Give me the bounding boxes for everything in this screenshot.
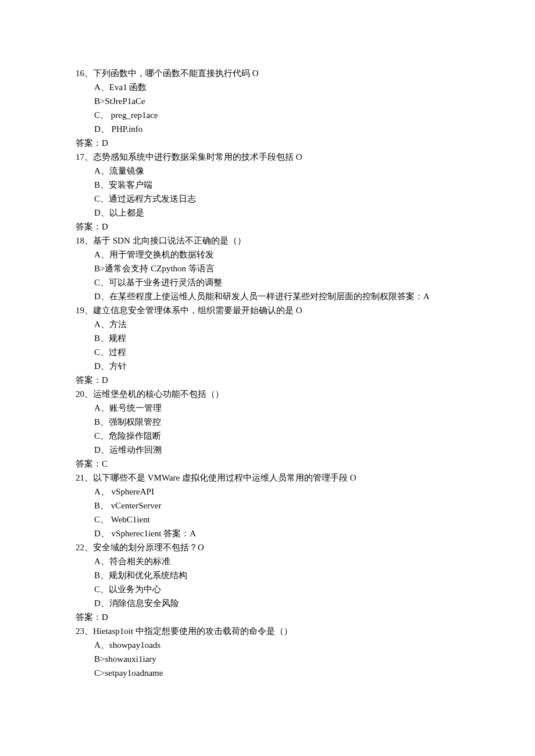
q-text: 以下哪些不是 VMWare 虚拟化使用过程中运维人员常用的管理手段 O: [93, 473, 356, 482]
option: C、危险操作阻断: [76, 429, 465, 443]
option: C、 preg_rep1ace: [76, 108, 465, 122]
option: B、 vCenterServer: [76, 499, 465, 513]
option: B、规划和优化系统结构: [76, 568, 465, 582]
q-number: 22: [76, 543, 84, 552]
document-page: 16、下列函数中，哪个函数不能直接执行代码 O A、Eva1 函数 B>StJr…: [0, 0, 535, 756]
q-number: 21: [76, 473, 84, 482]
q-number: 19: [76, 306, 84, 315]
question-stem: 17、态势感知系统中进行数据采集时常用的技术手段包括 O: [76, 150, 465, 164]
q-number: 17: [76, 152, 84, 162]
q-text: 下列函数中，哪个函数不能直接执行代码 O: [93, 69, 259, 78]
question-stem: 22、安全域的划分原理不包括？O: [76, 540, 465, 554]
q-text: 态势感知系统中进行数据采集时常用的技术手段包括 O: [93, 152, 302, 162]
answer: 答案：D: [76, 136, 465, 150]
option: B、规程: [76, 331, 465, 345]
question-stem: 20、运维堡垒机的核心功能不包括（）: [76, 387, 465, 401]
option: C>setpay1oadname: [76, 666, 465, 680]
option: D、以上都是: [76, 206, 465, 220]
option: D、 vSpherec1ient 答案：A: [76, 526, 465, 540]
option: B>showauxi1iary: [76, 652, 465, 666]
q-number: 18: [76, 236, 84, 245]
option: A、账号统一管理: [76, 401, 465, 415]
option: D、消除信息安全风险: [76, 596, 465, 610]
option: A、符合相关的标准: [76, 554, 465, 568]
option: A、方法: [76, 317, 465, 331]
option: A、 vSphereAPI: [76, 485, 465, 499]
option: C、可以基于业务进行灵活的调整: [76, 275, 465, 289]
question-stem: 16、下列函数中，哪个函数不能直接执行代码 O: [76, 66, 465, 80]
q-text: 运维堡垒机的核心功能不包括（）: [93, 389, 224, 399]
option: A、流量镜像: [76, 164, 465, 178]
q-text: Hietasp1oit 中指定想要使用的攻击载荷的命令是（）: [93, 626, 293, 636]
option: D、在某些程度上使运维人员能和研发人员一样进行某些对控制层面的控制权限答案：A: [76, 289, 465, 303]
option: C、 WebC1ient: [76, 513, 465, 526]
question-stem: 23、Hietasp1oit 中指定想要使用的攻击载荷的命令是（）: [76, 624, 465, 638]
option: D、运维动作回溯: [76, 443, 465, 457]
option: B、安装客户端: [76, 178, 465, 192]
option: B>StJreP1aCe: [76, 94, 465, 108]
answer: 答案：D: [76, 610, 465, 624]
q-number: 20: [76, 389, 84, 399]
option: C、过程: [76, 345, 465, 359]
q-number: 23: [76, 626, 84, 636]
option: D、 PHP.info: [76, 122, 465, 136]
answer: 答案：C: [76, 457, 465, 471]
question-stem: 19、建立信息安全管理体系中，组织需要最开始确认的是 O: [76, 303, 465, 317]
option: B、强制权限管控: [76, 415, 465, 429]
answer: 答案：D: [76, 373, 465, 387]
option: C、以业务为中心: [76, 582, 465, 596]
option: D、方针: [76, 359, 465, 373]
question-stem: 21、以下哪些不是 VMWare 虚拟化使用过程中运维人员常用的管理手段 O: [76, 471, 465, 485]
answer: 答案：D: [76, 220, 465, 234]
q-text: 建立信息安全管理体系中，组织需要最开始确认的是 O: [93, 306, 302, 315]
option: A、showpay1oads: [76, 638, 465, 652]
q-text: 基于 SDN 北向接口说法不正确的是（）: [93, 236, 246, 245]
option: C、通过远程方式发送日志: [76, 192, 465, 206]
option: B>通常会支持 CZpython 等语言: [76, 261, 465, 275]
question-stem: 18、基于 SDN 北向接口说法不正确的是（）: [76, 234, 465, 248]
option: A、用于管理交换机的数据转发: [76, 248, 465, 261]
option: A、Eva1 函数: [76, 80, 465, 94]
q-text: 安全域的划分原理不包括？O: [93, 543, 204, 552]
q-number: 16: [76, 69, 84, 78]
